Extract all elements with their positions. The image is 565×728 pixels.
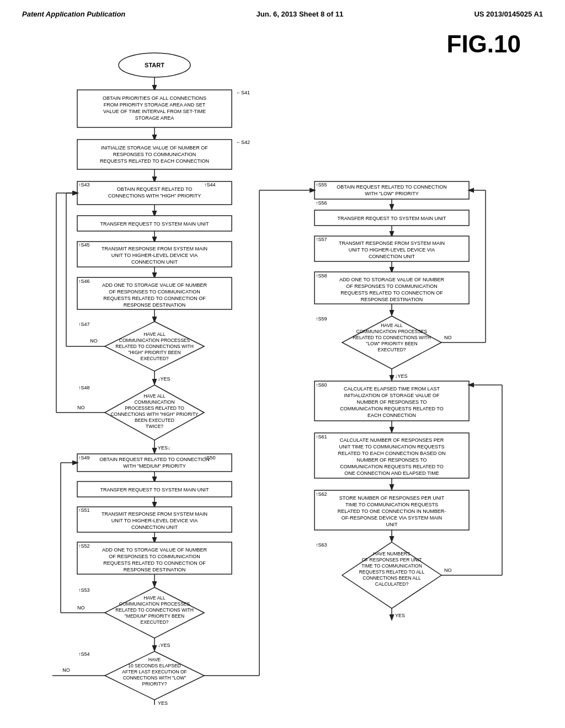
svg-text:TRANSFER REQUEST TO SYSTEM MAI: TRANSFER REQUEST TO SYSTEM MAIN UNIT — [100, 487, 209, 493]
svg-text:↑S54: ↑S54 — [78, 651, 90, 657]
svg-text:OBTAIN REQUEST RELATED TO CONN: OBTAIN REQUEST RELATED TO CONNECTION — [337, 184, 447, 190]
svg-text:"HIGH" PRIORITY BEEN: "HIGH" PRIORITY BEEN — [128, 350, 180, 355]
svg-text:YES: YES — [395, 613, 405, 618]
svg-text:TRANSFER REQUEST TO SYSTEM MAI: TRANSFER REQUEST TO SYSTEM MAIN UNIT — [337, 216, 446, 221]
flowchart: START OBTAIN PRIORITIES OF ALL CONNECTIO… — [22, 35, 541, 708]
svg-text:EACH CONNECTION: EACH CONNECTION — [367, 413, 416, 418]
svg-text:NUMBER OF RESPONSES TO: NUMBER OF RESPONSES TO — [356, 457, 427, 463]
svg-text:CONNECTIONS BEEN ALL: CONNECTIONS BEEN ALL — [363, 575, 421, 581]
svg-text:CALCULATED?: CALCULATED? — [375, 581, 409, 587]
svg-text:WITH "MEDIUM" PRIORITY: WITH "MEDIUM" PRIORITY — [123, 463, 185, 469]
svg-text:RELATED TO CONNECTIONS WITH: RELATED TO CONNECTIONS WITH — [353, 335, 431, 340]
svg-text:EXECUTED?: EXECUTED? — [140, 356, 168, 361]
svg-text:CONNECTION UNIT: CONNECTION UNIT — [131, 259, 178, 265]
svg-text:INITIALIZE STORAGE VALUE OF NU: INITIALIZE STORAGE VALUE OF NUMBER OF — [101, 145, 208, 151]
svg-text:COMMUNICATION REQUESTS RELATED: COMMUNICATION REQUESTS RELATED TO — [340, 406, 443, 411]
svg-text:AFTER LAST EXECUTION OF: AFTER LAST EXECUTION OF — [122, 669, 186, 675]
svg-text:VALUE OF TIME INTERVAL FROM SE: VALUE OF TIME INTERVAL FROM SET-TIME — [103, 109, 206, 114]
svg-text:←S42: ←S42 — [236, 140, 250, 145]
svg-text:TIME TO COMMUNICATION REQUESTS: TIME TO COMMUNICATION REQUESTS — [345, 502, 438, 507]
svg-text:HAVE ALL: HAVE ALL — [143, 595, 166, 601]
svg-text:CONNECTIONS WITH "HIGH" PRIORI: CONNECTIONS WITH "HIGH" PRIORITY — [110, 411, 198, 417]
svg-text:↑S58: ↑S58 — [316, 273, 327, 279]
svg-text:←S41: ←S41 — [236, 90, 250, 95]
svg-text:BEEN EXECUTED: BEEN EXECUTED — [135, 417, 174, 423]
svg-text:↑S53: ↑S53 — [78, 587, 90, 593]
svg-text:PROCESSES RELATED TO: PROCESSES RELATED TO — [125, 405, 184, 411]
svg-text:RELATED TO EACH CONNECTION BAS: RELATED TO EACH CONNECTION BASED ON — [338, 451, 445, 456]
svg-text:HAVE: HAVE — [148, 657, 161, 662]
svg-text:REQUESTS RELATED TO CONNECTION: REQUESTS RELATED TO CONNECTION OF — [340, 290, 443, 296]
start-label: START — [145, 62, 164, 68]
svg-text:↑S62: ↑S62 — [316, 491, 327, 497]
svg-text:↑S51: ↑S51 — [78, 507, 90, 513]
svg-text:RELATED TO CONNECTIONS WITH: RELATED TO CONNECTIONS WITH — [115, 344, 194, 349]
svg-text:OBTAIN REQUEST RELATED TO: OBTAIN REQUEST RELATED TO — [117, 186, 193, 192]
svg-text:REQUESTS RELATED TO EACH CONNE: REQUESTS RELATED TO EACH CONNECTION — [100, 158, 209, 164]
svg-text:TRANSFER REQUEST TO SYSTEM MAI: TRANSFER REQUEST TO SYSTEM MAIN UNIT — [100, 221, 209, 227]
svg-text:ADD ONE TO STORAGE VALUE OF NU: ADD ONE TO STORAGE VALUE OF NUMBER — [102, 547, 207, 553]
svg-text:NO: NO — [90, 338, 98, 344]
svg-text:COMMUNICATION PROCESSES: COMMUNICATION PROCESSES — [119, 601, 190, 607]
svg-text:TRANSMIT RESPONSE FROM SYSTEM : TRANSMIT RESPONSE FROM SYSTEM MAIN — [102, 246, 207, 251]
svg-text:↑S60: ↑S60 — [316, 382, 327, 388]
svg-text:RESPONSES TO COMMUNICATION: RESPONSES TO COMMUNICATION — [113, 152, 196, 157]
svg-text:TIME TO COMMUNICATION: TIME TO COMMUNICATION — [361, 563, 422, 569]
svg-text:RESPONSE DESTINATION: RESPONSE DESTINATION — [124, 302, 185, 308]
svg-text:OBTAIN PRIORITIES OF ALL CONNE: OBTAIN PRIORITIES OF ALL CONNECTIONS — [103, 95, 206, 101]
svg-text:NO: NO — [444, 335, 452, 340]
svg-text:CONNECTIONS WITH "LOW": CONNECTIONS WITH "LOW" — [123, 675, 186, 681]
svg-text:↑S56: ↑S56 — [316, 200, 327, 206]
svg-text:↑S43: ↑S43 — [78, 182, 90, 188]
svg-text:↓YES: ↓YES — [158, 643, 170, 648]
svg-text:TRANSMIT RESPONSE FROM SYSTEM : TRANSMIT RESPONSE FROM SYSTEM MAIN — [102, 511, 207, 517]
svg-text:NO: NO — [444, 568, 452, 573]
svg-text:UNIT TO HIGHER-LEVEL DEVICE VI: UNIT TO HIGHER-LEVEL DEVICE VIA — [349, 247, 435, 253]
svg-text:↑S46: ↑S46 — [78, 279, 90, 284]
svg-text:OF RESPONSES TO COMMUNICATION: OF RESPONSES TO COMMUNICATION — [346, 283, 438, 289]
svg-text:PRIORITY?: PRIORITY? — [142, 681, 167, 687]
svg-text:COMMUNICATION: COMMUNICATION — [134, 399, 174, 405]
svg-text:YES: YES — [158, 700, 168, 706]
svg-text:CONNECTION UNIT: CONNECTION UNIT — [131, 524, 178, 530]
svg-text:CONNECTIONS WITH "HIGH" PRIORI: CONNECTIONS WITH "HIGH" PRIORITY — [108, 193, 201, 199]
svg-text:↑S63: ↑S63 — [316, 542, 327, 548]
svg-text:EXECUTED?: EXECUTED? — [140, 619, 168, 625]
svg-text:↑S61: ↑S61 — [316, 434, 327, 440]
svg-text:"LOW" PRIORITY BEEN: "LOW" PRIORITY BEEN — [366, 341, 417, 346]
svg-text:NO: NO — [62, 667, 70, 673]
svg-text:↑S59: ↑S59 — [316, 316, 327, 322]
svg-text:ADD ONE TO STORAGE VALUE OF NU: ADD ONE TO STORAGE VALUE OF NUMBER — [102, 282, 207, 288]
svg-text:RESPONSE DESTINATION: RESPONSE DESTINATION — [361, 297, 423, 302]
svg-text:RESPONSE DESTINATION: RESPONSE DESTINATION — [124, 567, 185, 572]
svg-text:STORAGE AREA: STORAGE AREA — [135, 115, 174, 121]
svg-text:COMMUNICATION PROCESSES: COMMUNICATION PROCESSES — [356, 329, 428, 334]
header-left: Patent Application Publication — [22, 10, 125, 18]
svg-text:↑S55: ↑S55 — [316, 182, 327, 188]
svg-text:OBTAIN REQUEST RELATED TO CONN: OBTAIN REQUEST RELATED TO CONNECTION — [99, 457, 210, 462]
svg-text:OF RESPONSES TO COMMUNICATION: OF RESPONSES TO COMMUNICATION — [109, 554, 200, 559]
svg-text:UNIT TO HIGHER-LEVEL DEVICE VI: UNIT TO HIGHER-LEVEL DEVICE VIA — [111, 518, 198, 523]
svg-text:↓YES: ↓YES — [395, 373, 408, 379]
svg-text:TWICE?: TWICE? — [146, 424, 163, 429]
svg-text:FROM PRIORITY STORAGE AREA AND: FROM PRIORITY STORAGE AREA AND SET — [104, 102, 206, 108]
svg-text:YES↓: YES↓ — [158, 445, 170, 451]
svg-text:INITIALIZATION OF STORAGE VALU: INITIALIZATION OF STORAGE VALUE OF — [344, 393, 440, 398]
svg-text:"MEDIUM" PRIORITY BEEN: "MEDIUM" PRIORITY BEEN — [125, 613, 184, 619]
svg-text:↑S50: ↑S50 — [204, 455, 216, 461]
svg-text:↑S52: ↑S52 — [78, 543, 90, 549]
svg-text:HAVE ALL: HAVE ALL — [143, 393, 166, 399]
svg-text:REQUESTS RELATED TO CONNECTION: REQUESTS RELATED TO CONNECTION OF — [103, 296, 206, 301]
svg-text:ONE CONNECTION AND ELAPSED TIM: ONE CONNECTION AND ELAPSED TIME — [344, 470, 439, 476]
svg-text:TRANSMIT RESPONSE FROM SYSTEM : TRANSMIT RESPONSE FROM SYSTEM MAIN — [339, 240, 445, 246]
svg-text:NO: NO — [77, 605, 85, 611]
svg-text:OF RESPONSES PER UNIT: OF RESPONSES PER UNIT — [361, 557, 422, 563]
svg-text:RELATED TO CONNECTIONS WITH: RELATED TO CONNECTIONS WITH — [115, 607, 194, 613]
patent-page: Patent Application Publication Jun. 6, 2… — [0, 0, 565, 728]
svg-text:OF RESPONSES TO COMMUNICATION: OF RESPONSES TO COMMUNICATION — [109, 289, 200, 295]
svg-text:10 SECONDS ELAPSED: 10 SECONDS ELAPSED — [128, 663, 180, 668]
svg-text:↑S57: ↑S57 — [316, 237, 327, 242]
svg-text:ADD ONE TO STORAGE VALUE OF NU: ADD ONE TO STORAGE VALUE OF NUMBER — [339, 277, 444, 282]
svg-text:COMMUNICATION REQUESTS RELATED: COMMUNICATION REQUESTS RELATED TO — [340, 464, 443, 469]
svg-text:↑S45: ↑S45 — [78, 242, 90, 248]
